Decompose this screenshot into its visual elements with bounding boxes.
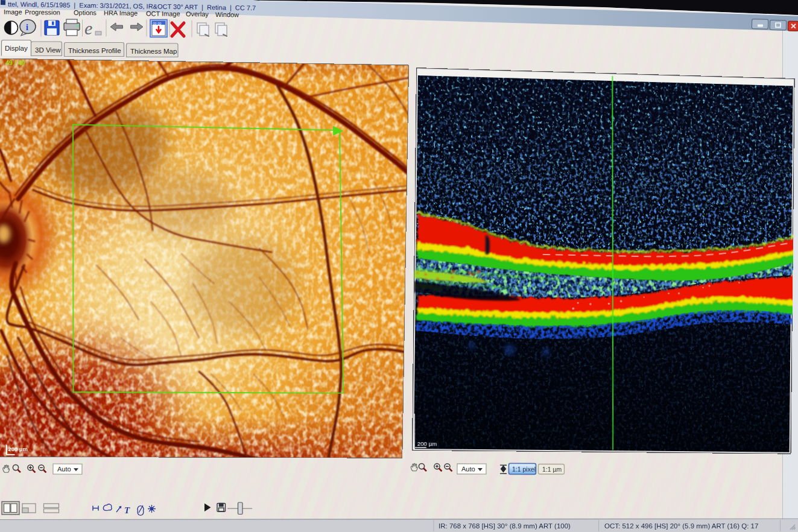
svg-text:1:1 µm: 1:1 µm <box>542 465 562 472</box>
svg-text:IR: 768 x 768 [HS] 30° (8.9 mm: IR: 768 x 768 [HS] 30° (8.9 mm) ART (100… <box>439 522 571 530</box>
svg-text:T: T <box>124 505 130 515</box>
svg-text:1:1 pixel: 1:1 pixel <box>512 465 536 472</box>
svg-text:OCT: 512 x 496 [HS] 20° (5.9 m: OCT: 512 x 496 [HS] 20° (5.9 mm) ART (16… <box>604 522 758 530</box>
svg-text:Auto: Auto <box>461 465 475 472</box>
svg-text:Auto: Auto <box>57 465 71 472</box>
